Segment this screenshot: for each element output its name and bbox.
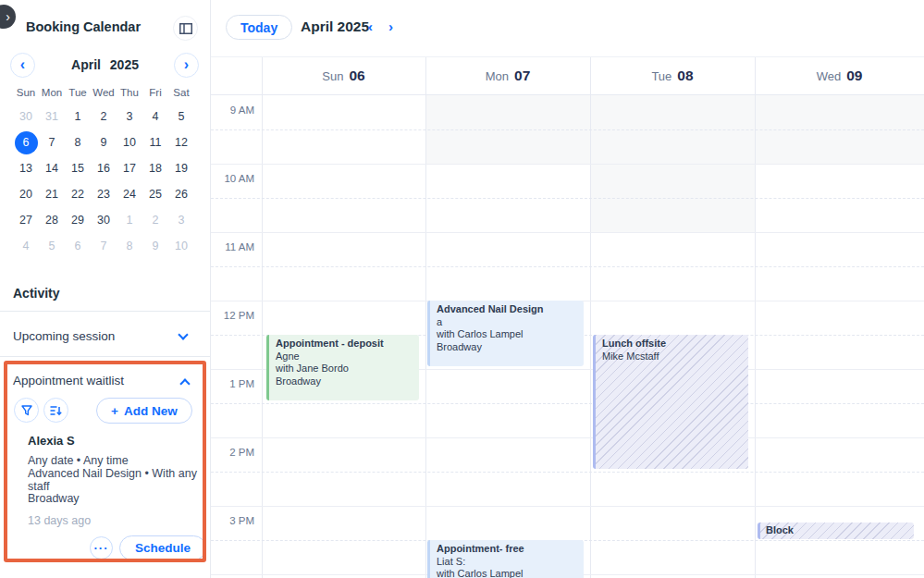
column-border [425, 57, 426, 578]
panel-layout-icon [179, 23, 192, 34]
mini-cal-day-selected[interactable]: 6 [13, 129, 39, 155]
event-advanced-nail-design[interactable]: Advanced Nail Design a with Carlos Lampe… [427, 301, 584, 366]
waitlist-entry-name: Alexia S [28, 434, 75, 448]
event-staff: Mike Mcstaff [602, 350, 742, 363]
header-border [211, 94, 924, 95]
chevron-down-icon[interactable] [178, 329, 188, 339]
mini-cal-day[interactable]: 9 [142, 233, 168, 259]
mini-cal-day[interactable]: 29 [65, 207, 91, 233]
add-new-button[interactable]: + Add New [96, 398, 192, 424]
mini-cal-day[interactable]: 4 [142, 104, 168, 129]
mini-cal-day[interactable]: 2 [142, 207, 168, 233]
day-header-mon: Mon 07 [425, 57, 590, 94]
mini-cal-day[interactable]: 16 [91, 155, 117, 181]
mini-cal-month-label: April 2025 [0, 57, 210, 72]
today-button[interactable]: Today [226, 15, 292, 40]
waitlist-entry-datetime: Any date • Any time [28, 455, 198, 468]
day-header-sun: Sun 06 [262, 57, 425, 94]
mini-cal-grid: 30 31 1 2 3 4 5 6 7 8 9 10 11 12 13 14 1… [13, 104, 194, 259]
mini-cal-day[interactable]: 11 [142, 129, 168, 155]
time-label: 1 PM [211, 378, 254, 389]
sort-icon [50, 405, 62, 416]
schedule-button[interactable]: Schedule [119, 535, 206, 560]
mini-cal-day[interactable]: 9 [91, 129, 117, 155]
event-staff: with Carlos Lampel [437, 328, 577, 341]
mini-cal-day[interactable]: 26 [168, 181, 194, 207]
chevron-left-icon: ‹ [368, 18, 373, 34]
week-calendar-grid[interactable]: Sun 06 Mon 07 Tue 08 Wed 09 9 AM 10 AM 1… [211, 57, 924, 578]
mini-cal-day[interactable]: 31 [39, 104, 65, 129]
weekday-label: Wed [91, 87, 117, 98]
time-label: 10 AM [211, 173, 254, 184]
waitlist-filter-button[interactable] [14, 398, 39, 423]
mini-cal-day[interactable]: 27 [13, 207, 39, 233]
event-location: Broadway [276, 375, 413, 388]
event-title: Block [766, 524, 908, 536]
mini-cal-day[interactable]: 10 [117, 129, 142, 155]
mini-cal-day[interactable]: 20 [13, 181, 39, 207]
mini-cal-day[interactable]: 8 [117, 233, 142, 259]
mini-cal-day[interactable]: 25 [142, 181, 168, 207]
event-lunch-offsite[interactable]: Lunch offsite Mike Mcstaff [593, 335, 748, 469]
day-number: 09 [846, 68, 862, 84]
mini-cal-day[interactable]: 13 [13, 155, 39, 181]
event-staff: with Carlos Lampel [437, 568, 577, 578]
mini-cal-day[interactable]: 28 [39, 207, 65, 233]
event-staff: with Jane Bordo [276, 363, 413, 375]
mini-cal-day[interactable]: 17 [117, 155, 142, 181]
day-number: 07 [514, 68, 530, 84]
week-next-button[interactable]: › [388, 18, 393, 34]
mini-cal-weekday-row: Sun Mon Tue Wed Thu Fri Sat [13, 87, 194, 98]
mini-cal-day[interactable]: 2 [91, 104, 117, 129]
event-block[interactable]: Block [758, 523, 914, 539]
appointment-waitlist-toggle[interactable]: Appointment waitlist [13, 374, 124, 387]
mini-cal-day[interactable]: 15 [65, 155, 91, 181]
mini-cal-day[interactable]: 4 [13, 233, 39, 259]
mini-cal-day[interactable]: 24 [117, 181, 142, 207]
weekday-label: Mon [39, 87, 65, 98]
weekday-label: Sat [168, 87, 194, 98]
panel-view-button[interactable] [173, 16, 198, 41]
waitlist-sort-button[interactable] [43, 398, 68, 423]
mini-cal-day[interactable]: 19 [168, 155, 194, 181]
waitlist-more-button[interactable]: ··· [90, 536, 113, 560]
mini-cal-day[interactable]: 12 [168, 129, 194, 155]
mini-cal-day[interactable]: 30 [91, 207, 117, 233]
mini-cal-day[interactable]: 21 [39, 181, 65, 207]
mini-cal-day[interactable]: 5 [168, 104, 194, 129]
waitlist-entry-timestamp: 13 days ago [28, 514, 91, 527]
weekday-label: Fri [142, 87, 168, 98]
mini-cal-day[interactable]: 14 [39, 155, 65, 181]
mini-cal-day[interactable]: 1 [117, 207, 142, 233]
mini-cal-day[interactable]: 10 [168, 233, 194, 259]
event-title: Advanced Nail Design [437, 303, 577, 316]
mini-cal-day[interactable]: 6 [65, 233, 91, 259]
half-hour-line [211, 472, 924, 473]
time-label: 9 AM [211, 105, 254, 116]
mini-cal-day[interactable]: 7 [39, 129, 65, 155]
week-prev-button[interactable]: ‹ [368, 18, 373, 34]
column-border [590, 57, 591, 578]
mini-cal-day[interactable]: 1 [65, 104, 91, 129]
mini-cal-day[interactable]: 23 [91, 181, 117, 207]
event-appointment-free[interactable]: Appointment- free Liat S: with Carlos La… [427, 540, 584, 578]
sidebar-collapse-button[interactable]: › [0, 5, 16, 29]
mini-cal-day[interactable]: 5 [39, 233, 65, 259]
hour-line [211, 437, 924, 438]
upcoming-session-toggle[interactable]: Upcoming session [13, 329, 115, 343]
event-appointment-deposit[interactable]: Appointment - deposit Agne with Jane Bor… [266, 335, 419, 400]
mini-cal-day[interactable]: 7 [91, 233, 117, 259]
time-label: 11 AM [211, 241, 254, 252]
mini-cal-day[interactable]: 3 [168, 207, 194, 233]
event-title: Lunch offsite [602, 338, 742, 350]
mini-cal-day[interactable]: 18 [142, 155, 168, 181]
half-hour-line [211, 198, 924, 199]
mini-cal-day[interactable]: 3 [117, 104, 142, 129]
time-label: 2 PM [211, 447, 254, 458]
half-hour-line [211, 266, 924, 267]
half-hour-line [211, 403, 924, 404]
mini-cal-day[interactable]: 8 [65, 129, 91, 155]
chevron-up-icon[interactable] [179, 378, 190, 388]
mini-cal-day[interactable]: 30 [13, 104, 39, 129]
mini-cal-day[interactable]: 22 [65, 181, 91, 207]
